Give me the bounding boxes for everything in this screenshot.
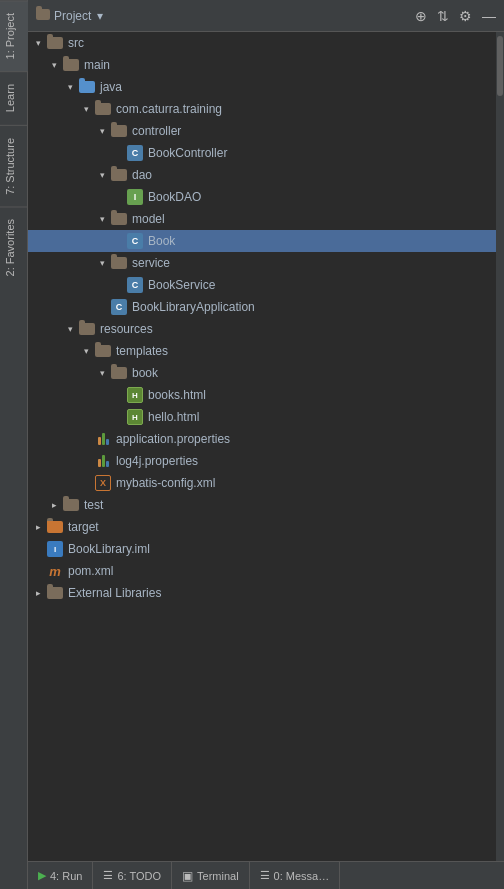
folder-icon — [44, 519, 66, 535]
folder-icon — [92, 101, 114, 117]
tree-arrow-icon — [32, 521, 44, 533]
project-label: Project — [54, 9, 91, 23]
tree-item-com-caturra-training[interactable]: com.caturra.training — [28, 98, 496, 120]
properties-file-icon — [92, 431, 114, 447]
scrollbar[interactable] — [496, 32, 504, 861]
tree-item-mybatis-config-xml[interactable]: Xmybatis-config.xml — [28, 472, 496, 494]
tree-item-label: src — [68, 36, 84, 50]
tree-item-BookLibraryApplication[interactable]: CBookLibraryApplication — [28, 296, 496, 318]
tree-item-log4j-properties[interactable]: log4j.properties — [28, 450, 496, 472]
properties-file-icon — [92, 453, 114, 469]
tree-item-BookService[interactable]: CBookService — [28, 274, 496, 296]
interface-icon: I — [124, 189, 146, 205]
folder-icon — [76, 321, 98, 337]
tree-item-templates[interactable]: templates — [28, 340, 496, 362]
file-tree[interactable]: srcmainjavacom.caturra.trainingcontrolle… — [28, 32, 496, 861]
content-wrapper: srcmainjavacom.caturra.trainingcontrolle… — [28, 32, 504, 861]
tree-item-label: books.html — [148, 388, 206, 402]
main-panel: Project ▾ ⊕ ⇅ ⚙ — srcmainjavacom.caturra… — [28, 0, 504, 889]
scrollbar-thumb[interactable] — [497, 36, 503, 96]
tree-item-label: controller — [132, 124, 181, 138]
tab-run[interactable]: ▶ 4: Run — [28, 862, 93, 889]
tree-item-label: com.caturra.training — [116, 102, 222, 116]
tree-item-model[interactable]: model — [28, 208, 496, 230]
tree-item-dao[interactable]: dao — [28, 164, 496, 186]
tree-item-label: External Libraries — [68, 586, 161, 600]
tree-item-label: hello.html — [148, 410, 199, 424]
tree-arrow-icon — [96, 125, 108, 137]
tree-item-hello-html[interactable]: Hhello.html — [28, 406, 496, 428]
tree-item-label: java — [100, 80, 122, 94]
tree-item-label: target — [68, 520, 99, 534]
folder-icon — [108, 255, 130, 271]
tree-item-BookLibrary-iml[interactable]: IBookLibrary.iml — [28, 538, 496, 560]
settings-icon[interactable]: ⚙ — [459, 8, 472, 24]
minimize-icon[interactable]: — — [482, 8, 496, 24]
tree-item-controller[interactable]: controller — [28, 120, 496, 142]
run-label: 4: Run — [50, 870, 82, 882]
sidebar-item-learn[interactable]: Learn — [0, 71, 28, 124]
sidebar-item-project[interactable]: 1: Project — [0, 0, 28, 71]
tree-arrow-icon — [96, 367, 108, 379]
class-icon: C — [124, 233, 146, 249]
tree-item-BookController[interactable]: CBookController — [28, 142, 496, 164]
folder-icon — [60, 497, 82, 513]
tree-item-application-properties[interactable]: application.properties — [28, 428, 496, 450]
collapse-icon[interactable]: ⇅ — [437, 8, 449, 24]
tab-terminal[interactable]: ▣ Terminal — [172, 862, 250, 889]
tree-item-resources[interactable]: resources — [28, 318, 496, 340]
todo-label: 6: TODO — [117, 870, 161, 882]
sidebar-item-structure[interactable]: 7: Structure — [0, 125, 28, 207]
tree-item-label: BookDAO — [148, 190, 201, 204]
tree-item-pom-xml[interactable]: mpom.xml — [28, 560, 496, 582]
html-file-icon: H — [124, 409, 146, 425]
tree-item-src[interactable]: src — [28, 32, 496, 54]
tree-item-target[interactable]: target — [28, 516, 496, 538]
tree-item-label: application.properties — [116, 432, 230, 446]
tree-item-test[interactable]: test — [28, 494, 496, 516]
sidebar-item-favorites[interactable]: 2: Favorites — [0, 206, 28, 288]
tree-arrow-icon — [48, 499, 60, 511]
tree-arrow-icon — [80, 103, 92, 115]
tree-item-label: model — [132, 212, 165, 226]
add-content-icon[interactable]: ⊕ — [415, 8, 427, 24]
tree-item-label: pom.xml — [68, 564, 113, 578]
tree-arrow-icon — [48, 59, 60, 71]
tree-item-label: main — [84, 58, 110, 72]
toolbar-icons: ⊕ ⇅ ⚙ — — [415, 8, 496, 24]
tree-arrow-icon — [96, 169, 108, 181]
tab-messages[interactable]: ☰ 0: Messa… — [250, 862, 341, 889]
tree-item-label: BookLibrary.iml — [68, 542, 150, 556]
tree-item-Book[interactable]: CBook — [28, 230, 496, 252]
folder-icon — [108, 211, 130, 227]
html-file-icon: H — [124, 387, 146, 403]
run-icon: ▶ — [38, 869, 46, 882]
terminal-icon: ▣ — [182, 869, 193, 883]
dropdown-arrow-icon[interactable]: ▾ — [97, 9, 103, 23]
xml-file-icon: X — [92, 475, 114, 491]
tree-item-books-html[interactable]: Hbooks.html — [28, 384, 496, 406]
tree-item-label: BookController — [148, 146, 227, 160]
pom-file-icon: m — [44, 563, 66, 579]
tree-item-service[interactable]: service — [28, 252, 496, 274]
tree-arrow-icon — [32, 37, 44, 49]
tree-item-main[interactable]: main — [28, 54, 496, 76]
tree-item-label: mybatis-config.xml — [116, 476, 215, 490]
tree-arrow-icon — [64, 323, 76, 335]
tree-item-java[interactable]: java — [28, 76, 496, 98]
iml-file-icon: I — [44, 541, 66, 557]
tab-todo[interactable]: ☰ 6: TODO — [93, 862, 172, 889]
bottom-bar: ▶ 4: Run ☰ 6: TODO ▣ Terminal ☰ 0: Messa… — [28, 861, 504, 889]
class-icon: C — [124, 145, 146, 161]
tree-item-External-Libraries[interactable]: External Libraries — [28, 582, 496, 604]
messages-icon: ☰ — [260, 869, 270, 882]
tree-item-label: log4j.properties — [116, 454, 198, 468]
tree-arrow-icon — [32, 587, 44, 599]
tree-item-book[interactable]: book — [28, 362, 496, 384]
tree-item-label: test — [84, 498, 103, 512]
tree-item-label: book — [132, 366, 158, 380]
class-icon: C — [108, 299, 130, 315]
class-icon: C — [124, 277, 146, 293]
tree-item-BookDAO[interactable]: IBookDAO — [28, 186, 496, 208]
toolbar: Project ▾ ⊕ ⇅ ⚙ — — [28, 0, 504, 32]
